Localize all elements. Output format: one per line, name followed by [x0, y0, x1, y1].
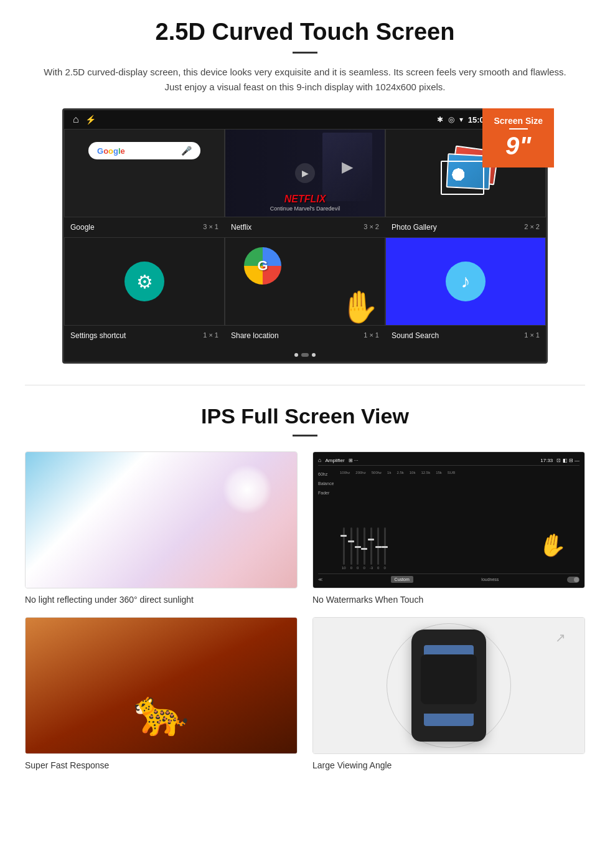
feature-speed-caption: Super Fast Response — [25, 760, 298, 770]
slider-thumb-6 — [375, 546, 382, 548]
amp-slider-1[interactable]: 10 — [342, 527, 346, 570]
settings-label-cell: Settings shortcut 1 × 1 — [64, 329, 225, 342]
sound-app-inner: ♪ — [386, 238, 545, 325]
slider-val-6: 0 — [377, 566, 379, 570]
google-label: Google — [70, 223, 95, 232]
amp-label-balance: Balance — [318, 481, 337, 486]
badge-size: 9" — [505, 132, 531, 159]
amplifier-screen: ⌂ Amplifier ⊞ ··· 17:33 ⊡ ◧ ⊟ — 60hz Bal… — [313, 452, 584, 588]
car-visual: ↗ — [313, 618, 584, 753]
amp-title: ⌂ — [318, 457, 321, 463]
amp-label-fader: Fader — [318, 491, 337, 495]
amp-loudness-label: loudness — [481, 577, 499, 582]
sound-label: Sound Search — [392, 331, 439, 340]
share-size: 1 × 1 — [364, 331, 379, 340]
freq-15k: 15k — [436, 471, 442, 474]
sound-label-cell: Sound Search 1 × 1 — [385, 329, 546, 342]
car-rear-window — [424, 714, 474, 726]
amp-loudness-toggle[interactable] — [567, 577, 580, 583]
slider-thumb-3 — [355, 546, 361, 548]
netflix-label-cell: Netflix 3 × 2 — [225, 220, 385, 234]
feature-watermark-caption: No Watermarks When Touch — [312, 595, 585, 605]
google-maps-icon: G — [244, 247, 281, 285]
slider-val-3: 0 — [357, 566, 359, 570]
slider-thumb-5 — [368, 539, 374, 540]
settings-size: 1 × 1 — [203, 331, 218, 340]
feature-speed-image: 🐆 — [25, 617, 298, 754]
section2-underline — [293, 435, 317, 436]
freq-1k: 1k — [387, 471, 391, 474]
feature-speed: 🐆 Super Fast Response — [25, 617, 298, 770]
slider-val-2: 0 — [350, 566, 352, 570]
sunlight-visual — [26, 452, 297, 588]
feature-angle: ↗ Large Viewing Angle — [312, 617, 585, 770]
freq-125k: 12.5k — [421, 471, 430, 474]
hand-pointing-icon: 🤚 — [340, 289, 378, 325]
amp-slider-7[interactable]: 0 — [383, 527, 385, 570]
features-grid: No light reflecting under 360° direct su… — [25, 451, 585, 770]
touch-hand-icon: ✋ — [537, 530, 570, 560]
section-curved-touch: 2.5D Curved Touch Screen With 2.5D curve… — [0, 0, 610, 379]
netflix-overlay: NETFLIX Continue Marvel's Daredevil — [225, 130, 385, 217]
google-mic-icon[interactable]: 🎤 — [181, 146, 192, 156]
slider-val-4: 0 — [363, 566, 365, 570]
sound-app-cell[interactable]: ♪ — [385, 237, 546, 326]
sound-size: 1 × 1 — [524, 331, 540, 340]
amp-custom-button[interactable]: Custom — [391, 576, 413, 583]
slider-val-5: -3 — [370, 566, 373, 570]
google-search-bar[interactable]: Google 🎤 — [88, 142, 200, 159]
badge-title: Screen Size — [494, 116, 543, 126]
freq-sub: SUB — [448, 471, 455, 474]
feature-watermark: ⌂ Amplifier ⊞ ··· 17:33 ⊡ ◧ ⊟ — 60hz Bal… — [312, 451, 585, 605]
amp-slider-4[interactable]: 0 — [363, 527, 365, 570]
amp-time: 17:33 — [540, 458, 553, 463]
freq-25k: 2.5k — [396, 471, 403, 474]
feature-angle-image: ↗ — [312, 617, 585, 754]
freq-500: 500hz — [372, 471, 382, 474]
amp-slider-6[interactable]: 0 — [377, 527, 379, 570]
amp-slider-5[interactable]: -3 — [370, 527, 373, 570]
amp-slider-3[interactable]: 0 — [357, 527, 359, 570]
car-angle-arrow: ↗ — [555, 630, 566, 645]
nav-dot-1 — [294, 353, 298, 357]
car-top-view — [411, 630, 486, 742]
amp-label-60hz: 60hz — [318, 472, 337, 476]
feature-sunlight-caption: No light reflecting under 360° direct su… — [25, 595, 298, 605]
section1-description: With 2.5D curved-display screen, this de… — [37, 65, 573, 95]
settings-label: Settings shortcut — [70, 331, 126, 340]
share-app-cell[interactable]: G 🤚 — [225, 237, 385, 326]
app-grid-row1: Google 🎤 ▶ NETFLIX Continue Marvel's Dar… — [64, 129, 546, 217]
status-bar: ⌂ ⚡ ✱ ◎ ▾ 15:06 ⊡ 🔊 ⊠ ▭ — [64, 110, 546, 129]
section-divider — [25, 385, 585, 385]
nav-dot-2 — [301, 353, 309, 357]
slider-thumb-2 — [348, 540, 354, 542]
badge-line — [509, 128, 528, 130]
freq-10k: 10k — [410, 471, 416, 474]
amp-app-title: Amplifier — [325, 458, 344, 463]
netflix-app-cell[interactable]: ▶ NETFLIX Continue Marvel's Daredevil — [225, 129, 385, 217]
usb-icon: ⚡ — [85, 115, 96, 125]
slider-thumb-4 — [361, 548, 367, 550]
netflix-logo: NETFLIX — [230, 194, 380, 205]
settings-app-inner: ⚙ — [65, 238, 224, 325]
google-app-cell[interactable]: Google 🎤 — [64, 129, 225, 217]
netflix-label: Netflix — [231, 223, 251, 232]
feature-sunlight: No light reflecting under 360° direct su… — [25, 451, 298, 605]
labels-row1: Google 3 × 1 Netflix 3 × 2 Photo Gallery… — [64, 217, 546, 237]
settings-app-cell[interactable]: ⚙ — [64, 237, 225, 326]
amp-back-icon: ≪ — [318, 577, 322, 582]
device-mockup: Screen Size 9" ⌂ ⚡ ✱ ◎ ▾ 15:06 ⊡ 🔊 ⊠ ▭ — [62, 108, 548, 364]
labels-row2: Settings shortcut 1 × 1 Share location 1… — [64, 326, 546, 346]
gallery-label-cell: Photo Gallery 2 × 2 — [385, 220, 546, 234]
amp-slider-2[interactable]: 0 — [350, 527, 352, 570]
slider-val-1: 10 — [342, 566, 346, 570]
sound-note-icon: ♪ — [446, 262, 486, 301]
home-icon[interactable]: ⌂ — [73, 114, 79, 125]
section1-title: 2.5D Curved Touch Screen — [37, 19, 573, 45]
gallery-photo-3 — [441, 161, 484, 195]
netflix-app-inner: ▶ NETFLIX Continue Marvel's Daredevil — [225, 130, 385, 217]
car-roof — [421, 654, 477, 704]
feature-angle-caption: Large Viewing Angle — [312, 760, 585, 770]
section2-title: IPS Full Screen View — [25, 404, 585, 428]
gallery-size: 2 × 2 — [524, 223, 540, 232]
